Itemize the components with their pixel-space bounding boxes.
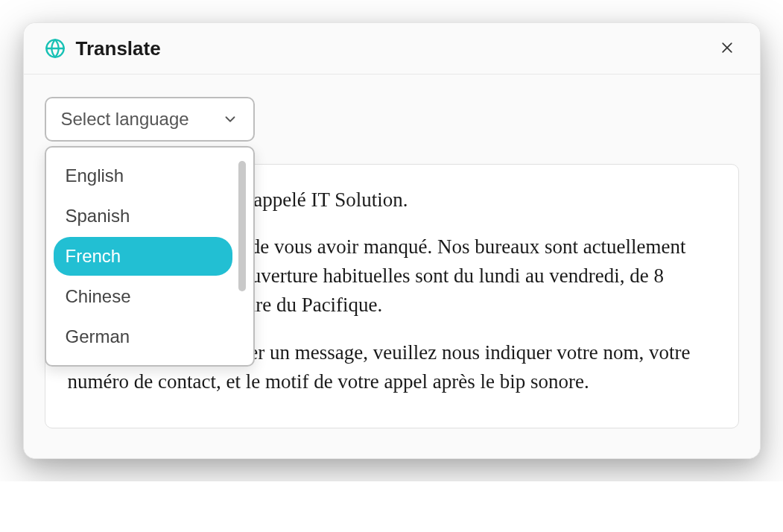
- dropdown-scrollbar[interactable]: [238, 161, 246, 291]
- modal-header: Translate: [24, 23, 760, 75]
- language-option-french[interactable]: French: [54, 237, 232, 276]
- language-dropdown-list: English Spanish French Chinese German: [54, 156, 246, 356]
- close-button[interactable]: [715, 37, 739, 60]
- globe-icon: [45, 38, 66, 59]
- close-icon: [720, 40, 735, 57]
- modal-body: Select language English Spanish French C…: [24, 75, 760, 458]
- chevron-down-icon: [222, 111, 238, 127]
- language-option-english[interactable]: English: [54, 156, 232, 195]
- language-option-spanish[interactable]: Spanish: [54, 197, 232, 235]
- language-select-label: Select language: [61, 109, 189, 130]
- language-option-chinese[interactable]: Chinese: [54, 277, 232, 316]
- language-select-wrap: Select language English Spanish French C…: [45, 97, 255, 142]
- modal-title: Translate: [76, 37, 161, 60]
- language-dropdown: English Spanish French Chinese German: [45, 146, 255, 367]
- language-select[interactable]: Select language: [45, 97, 255, 142]
- language-option-german[interactable]: German: [54, 317, 232, 356]
- translate-modal: Translate Select language: [23, 22, 761, 459]
